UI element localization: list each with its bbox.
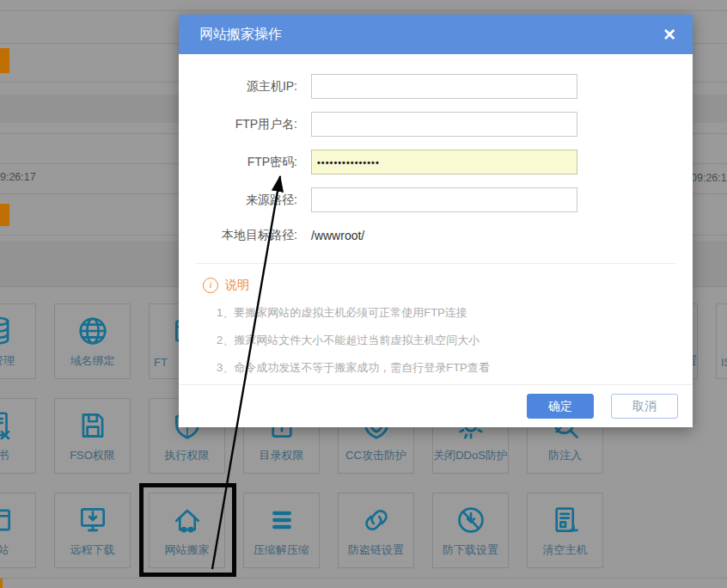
dialog-body: 源主机IP:FTP用户名:FTP密码:来源路径:本地目标路径:/wwwroot/… (179, 54, 693, 376)
timestamp-right: 09:26:17 (691, 172, 727, 184)
note-item: 1、要搬家网站的虚拟主机必须可正常使用FTP连接 (203, 305, 675, 321)
notes-list: 1、要搬家网站的虚拟主机必须可正常使用FTP连接2、搬家网站文件大小不能超过当前… (203, 305, 675, 376)
tile-label: 关闭DDoS防护 (433, 448, 508, 463)
globe-icon (76, 315, 109, 347)
form-row: 源主机IP: (196, 73, 675, 100)
page-bottom-divider (0, 578, 727, 579)
field-label: 来源路径: (196, 193, 311, 208)
field-label: 源主机IP: (196, 79, 311, 95)
orange-action-button-partial[interactable] (0, 579, 3, 588)
table-row-divider (0, 10, 727, 11)
tile-label: 目录权限 (244, 448, 319, 463)
tile-label: FSO权限 (55, 448, 130, 463)
form-row: 本地目标路径:/wwwroot/ (196, 227, 675, 244)
close-icon[interactable]: × (663, 24, 675, 45)
migration-form: 源主机IP:FTP用户名:FTP密码:来源路径:本地目标路径:/wwwroot/ (196, 73, 675, 244)
annotation-highlight-box (139, 483, 236, 577)
page: 09:26:17 09:26:17 库管理域名绑定FT置IS证书FSO权限执行权… (0, 0, 727, 588)
cancel-button[interactable]: 取消 (611, 394, 678, 419)
tile-broken-link[interactable]: 防盗链设置 (338, 493, 414, 568)
tile-label: 域名绑定 (55, 353, 130, 369)
tile-label: 库管理 (0, 353, 35, 369)
doc-clear-icon (549, 504, 582, 536)
section-divider (196, 263, 675, 264)
timestamp-left: 09:26:17 (0, 171, 36, 183)
no-download-icon (455, 504, 487, 536)
ftp-username-input[interactable] (311, 112, 577, 137)
tile-doc-clear[interactable]: 清空主机 (527, 493, 603, 568)
tile-label: 网站 (0, 542, 35, 558)
notes-header: i 说明 (203, 278, 675, 293)
tile-label: 远程下载 (55, 542, 130, 558)
tile-label: 证书 (0, 448, 35, 463)
dialog-header: 网站搬家操作 × (179, 15, 693, 54)
tile-label: CC攻击防护 (339, 448, 413, 463)
source-ip-input[interactable] (311, 74, 577, 99)
field-label: FTP用户名: (196, 117, 311, 132)
tile-label: 防盗链设置 (339, 542, 413, 558)
form-row: 来源路径: (196, 187, 675, 213)
form-row: FTP用户名: (196, 111, 675, 138)
note-item: 3、命令成功发送不等于搬家成功，需自行登录FTP查看 (203, 360, 675, 376)
tile-label: 清空主机 (528, 542, 602, 558)
ftp-password-input[interactable] (311, 150, 577, 175)
website-migration-dialog: 网站搬家操作 × 源主机IP:FTP用户名:FTP密码:来源路径:本地目标路径:… (179, 15, 693, 427)
ok-button[interactable]: 确定 (527, 394, 594, 419)
window-icon (0, 504, 15, 536)
orange-action-button-partial[interactable] (0, 48, 9, 73)
tile-no-download[interactable]: 防下载设置 (432, 493, 509, 568)
tile-label: 防注入 (528, 448, 602, 463)
bars-icon (266, 504, 298, 536)
info-icon: i (203, 278, 218, 293)
tile-database[interactable]: 库管理 (0, 303, 36, 379)
form-row: FTP密码: (196, 149, 675, 175)
cert-icon (0, 409, 15, 442)
dialog-footer: 确定 取消 (179, 384, 693, 427)
monitor-download-icon (76, 504, 109, 536)
tile-label: IS (717, 356, 727, 369)
orange-action-button-partial[interactable] (0, 204, 9, 226)
field-label: 本地目标路径: (196, 228, 311, 243)
tile-bars[interactable]: 压缩解压缩 (243, 493, 320, 568)
tile-globe[interactable]: 域名绑定 (54, 303, 131, 379)
tile-cert[interactable]: 证书 (0, 398, 36, 474)
note-item: 2、搬家网站文件大小不能超过当前虚拟主机空间大小 (203, 333, 675, 348)
tile-label: 压缩解压缩 (244, 542, 319, 558)
tile-floppy[interactable]: FSO权限 (54, 398, 131, 474)
dialog-title: 网站搬家操作 (179, 26, 282, 44)
database-icon (0, 315, 15, 347)
source-path-input[interactable] (311, 187, 577, 212)
tile-label: 执行权限 (150, 448, 224, 463)
tile-label: 防下载设置 (433, 542, 508, 558)
broken-link-icon (360, 504, 393, 536)
tile-monitor-download[interactable]: 远程下载 (54, 493, 131, 568)
notes-title: 说明 (225, 278, 249, 293)
notes-section: i 说明 1、要搬家网站的虚拟主机必须可正常使用FTP连接2、搬家网站文件大小不… (196, 278, 675, 376)
floppy-icon (76, 409, 109, 442)
tile-window[interactable]: 网站 (0, 493, 36, 568)
field-label: FTP密码: (196, 155, 311, 170)
local-target-path-value: /wwwroot/ (311, 229, 364, 242)
tile-partial[interactable]: IS (716, 303, 727, 379)
